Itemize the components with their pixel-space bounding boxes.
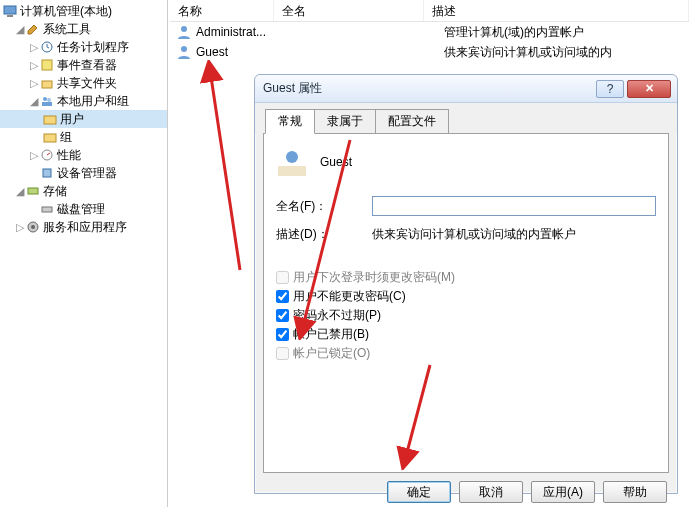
tree-label: 任务计划程序 [57, 39, 129, 56]
svg-rect-8 [44, 116, 56, 124]
svg-point-18 [286, 151, 298, 163]
tree-label: 服务和应用程序 [43, 219, 127, 236]
expand-icon[interactable]: ▷ [28, 149, 39, 162]
fullname-label: 全名(F)： [276, 198, 372, 215]
expand-icon[interactable]: ▷ [14, 221, 25, 234]
tree-label: 设备管理器 [57, 165, 117, 182]
log-icon [39, 57, 55, 73]
collapse-icon[interactable]: ◢ [28, 95, 39, 108]
properties-dialog: Guest 属性 ? ✕ 常规 隶属于 配置文件 Guest 全名(F)： 描述… [254, 74, 678, 494]
collapse-icon[interactable]: ◢ [14, 185, 25, 198]
device-icon [39, 165, 55, 181]
cell-desc: 管理计算机(域)的内置帐户 [444, 24, 689, 41]
expand-icon[interactable]: ▷ [28, 41, 39, 54]
button-bar: 确定 取消 应用(A) 帮助 [255, 481, 677, 507]
svg-point-15 [31, 225, 35, 229]
tab-profile[interactable]: 配置文件 [375, 109, 449, 134]
check-disabled[interactable]: 帐户已禁用(B) [276, 326, 656, 343]
cell-desc: 供来宾访问计算机或访问域的内 [444, 44, 689, 61]
nav-tree: 计算机管理(本地) ◢系统工具 ▷任务计划程序 ▷事件查看器 ▷共享文件夹 ◢本… [0, 0, 168, 507]
tree-storage[interactable]: ◢存储 [0, 182, 167, 200]
svg-rect-7 [42, 102, 52, 106]
tree-label: 性能 [57, 147, 81, 164]
close-button[interactable]: ✕ [627, 80, 671, 98]
share-icon [39, 75, 55, 91]
folder-icon [42, 111, 58, 127]
perf-icon [39, 147, 55, 163]
svg-rect-9 [44, 134, 56, 142]
tree-eventviewer[interactable]: ▷事件查看器 [0, 56, 167, 74]
tree-users[interactable]: 用户 [0, 110, 167, 128]
ok-button[interactable]: 确定 [387, 481, 451, 503]
expand-icon[interactable]: ▷ [28, 77, 39, 90]
users-icon [39, 93, 55, 109]
list-row[interactable]: Administrat... 管理计算机(域)的内置帐户 [170, 22, 689, 42]
dialog-title: Guest 属性 [261, 80, 593, 97]
svg-point-16 [181, 26, 187, 32]
tree-label: 用户 [60, 111, 84, 128]
tree-localusers[interactable]: ◢本地用户和组 [0, 92, 167, 110]
tree-groups[interactable]: 组 [0, 128, 167, 146]
svg-rect-19 [278, 166, 306, 176]
check-mustchange: 用户下次登录时须更改密码(M) [276, 269, 656, 286]
svg-rect-3 [42, 60, 52, 70]
description-label: 描述(D)： [276, 226, 372, 243]
svg-rect-12 [28, 188, 38, 194]
apply-button[interactable]: 应用(A) [531, 481, 595, 503]
storage-icon [25, 183, 41, 199]
cell-name: Administrat... [196, 25, 294, 39]
tree-tasksched[interactable]: ▷任务计划程序 [0, 38, 167, 56]
tree-systools[interactable]: ◢系统工具 [0, 20, 167, 38]
check-neverexpire[interactable]: 密码永不过期(P) [276, 307, 656, 324]
col-name[interactable]: 名称 [170, 0, 274, 21]
tree-label: 本地用户和组 [57, 93, 129, 110]
svg-rect-11 [43, 169, 51, 177]
tab-memberof[interactable]: 隶属于 [314, 109, 376, 134]
svg-rect-13 [42, 207, 52, 212]
svg-point-17 [181, 46, 187, 52]
tree-label: 存储 [43, 183, 67, 200]
tree-root[interactable]: 计算机管理(本地) [0, 2, 167, 20]
titlebar[interactable]: Guest 属性 ? ✕ [255, 75, 677, 103]
svg-rect-0 [4, 6, 16, 14]
computer-icon [2, 3, 18, 19]
tools-icon [25, 21, 41, 37]
user-avatar-icon [276, 146, 308, 178]
user-icon [176, 44, 192, 60]
list-header: 名称 全名 描述 [170, 0, 689, 22]
tab-general[interactable]: 常规 [265, 109, 315, 134]
user-icon [176, 24, 192, 40]
tree-devmgr[interactable]: 设备管理器 [0, 164, 167, 182]
services-icon [25, 219, 41, 235]
tree-label: 事件查看器 [57, 57, 117, 74]
svg-rect-1 [7, 15, 13, 17]
tree-diskmgmt[interactable]: 磁盘管理 [0, 200, 167, 218]
tree-sharedfolders[interactable]: ▷共享文件夹 [0, 74, 167, 92]
collapse-icon[interactable]: ◢ [14, 23, 25, 36]
description-value: 供来宾访问计算机或访问域的内置帐户 [372, 226, 656, 243]
tree-label: 磁盘管理 [57, 201, 105, 218]
tree-label: 组 [60, 129, 72, 146]
tree-label: 共享文件夹 [57, 75, 117, 92]
svg-point-6 [47, 98, 51, 102]
svg-rect-4 [42, 81, 52, 88]
tree-label: 计算机管理(本地) [20, 3, 112, 20]
tab-body: Guest 全名(F)： 描述(D)： 供来宾访问计算机或访问域的内置帐户 用户… [263, 133, 669, 473]
tab-strip: 常规 隶属于 配置文件 [255, 103, 677, 134]
check-cannotchange[interactable]: 用户不能更改密码(C) [276, 288, 656, 305]
tree-servapps[interactable]: ▷服务和应用程序 [0, 218, 167, 236]
clock-icon [39, 39, 55, 55]
col-full[interactable]: 全名 [274, 0, 424, 21]
help-button[interactable]: ? [596, 80, 624, 98]
username-label: Guest [320, 155, 352, 169]
fullname-input[interactable] [372, 196, 656, 216]
cell-name: Guest [196, 45, 294, 59]
help-button[interactable]: 帮助 [603, 481, 667, 503]
svg-point-5 [43, 97, 47, 101]
expand-icon[interactable]: ▷ [28, 59, 39, 72]
disk-icon [39, 201, 55, 217]
tree-perf[interactable]: ▷性能 [0, 146, 167, 164]
col-desc[interactable]: 描述 [424, 0, 689, 21]
list-row[interactable]: Guest 供来宾访问计算机或访问域的内 [170, 42, 689, 62]
cancel-button[interactable]: 取消 [459, 481, 523, 503]
